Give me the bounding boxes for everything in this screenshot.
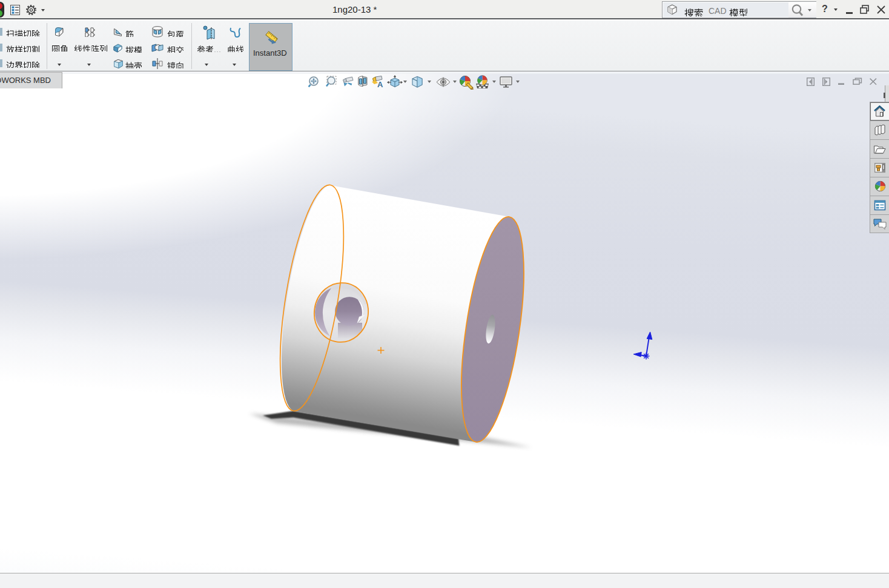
svg-text:A: A bbox=[377, 80, 383, 88]
